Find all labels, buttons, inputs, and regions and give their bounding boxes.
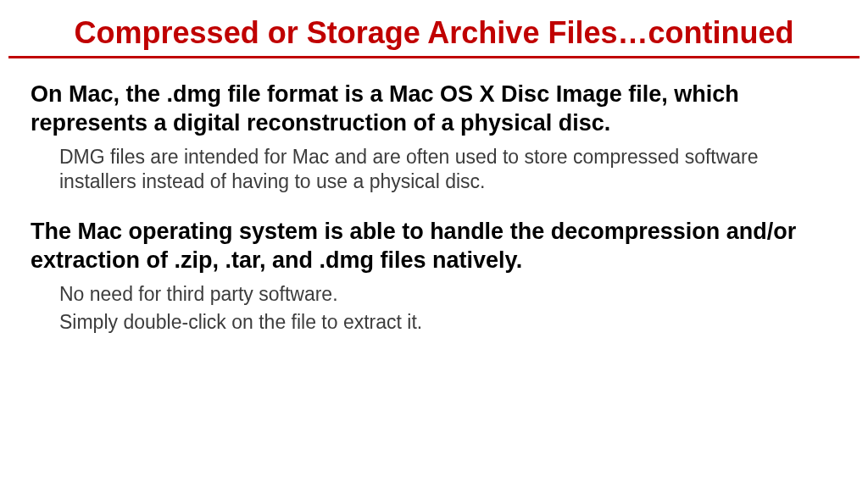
sub-paragraph: Simply double-click on the file to extra… [59,310,837,335]
slide-title: Compressed or Storage Archive Files…cont… [0,15,868,56]
lead-paragraph: On Mac, the .dmg file format is a Mac OS… [31,80,837,138]
lead-paragraph: The Mac operating system is able to hand… [31,218,837,275]
title-underline [8,56,860,58]
slide: Compressed or Storage Archive Files…cont… [0,0,868,488]
sub-paragraph: No need for third party software. [59,282,837,307]
sub-paragraph: DMG files are intended for Mac and are o… [59,145,837,195]
spacer [31,197,837,218]
slide-content: On Mac, the .dmg file format is a Mac OS… [0,80,868,336]
